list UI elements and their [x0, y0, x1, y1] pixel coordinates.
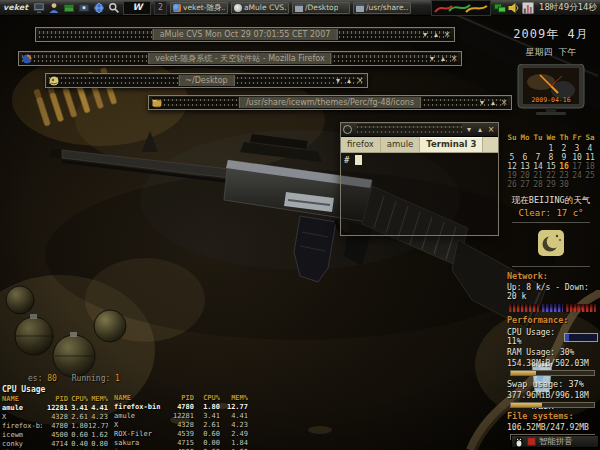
process-table-header: NAMEPIDCPU%MEM%	[2, 395, 108, 404]
process-value: 0.60	[68, 431, 88, 440]
search-icon[interactable]	[108, 2, 120, 14]
processes-count: 80	[47, 374, 57, 383]
ime-label: 智能拼音	[539, 436, 573, 448]
process-name: X	[114, 421, 164, 430]
close-icon[interactable]: ×	[486, 124, 496, 135]
ram-usage-detail: 154.38MiB/502.03M	[507, 359, 598, 368]
cpu-table-title: CPU Usage	[2, 385, 108, 394]
close-icon[interactable]: ×	[442, 29, 452, 40]
process-row: icewm45000.601.62	[2, 431, 108, 440]
system-tray	[494, 2, 534, 14]
column-header: NAME	[2, 395, 42, 404]
calendar-grid: 1234567891011121314151617181920212223242…	[504, 141, 598, 186]
terminal-titlebar[interactable]: ▾▴×	[341, 123, 498, 137]
close-icon[interactable]: ×	[449, 53, 459, 64]
close-icon[interactable]: ×	[355, 75, 365, 86]
ram-usage-label: RAM Usage: 30%	[507, 348, 598, 357]
network-rate: Up: 8 k/s - Down: 20 k	[507, 283, 598, 301]
window-icon	[356, 4, 364, 12]
maximize-icon[interactable]: ▴	[475, 124, 485, 135]
taskbar-window-button[interactable]: /Desktop	[292, 2, 350, 14]
process-value: 3.41	[68, 404, 88, 413]
terminal-output[interactable]: #	[341, 152, 498, 235]
column-header: NAME	[114, 394, 164, 403]
cpu-usage-table: CPU Usage NAMEPIDCPU%MEM%amule122813.414…	[2, 383, 108, 450]
ime-mode-icon[interactable]	[527, 437, 536, 446]
maximize-icon[interactable]: ▴	[488, 97, 498, 108]
calendar-day: 26	[506, 180, 519, 189]
network-section-header: Network:	[507, 271, 598, 281]
close-icon[interactable]: ×	[499, 97, 509, 108]
window-button-label: veket-随身...	[183, 3, 225, 13]
process-value: 4780	[42, 422, 68, 431]
terminal-tab-amule[interactable]: amule	[381, 137, 420, 152]
process-row: conky47140.400.80	[2, 440, 108, 449]
filesystems-detail: 106.52MB/247.92MB	[507, 423, 598, 432]
terminal-app-icon	[343, 125, 352, 134]
taskbar-window-buttons: veket-随身...aMule CVS.../Desktop/usr/shar…	[170, 2, 411, 14]
ram-usage-bar	[510, 370, 595, 376]
network-icon[interactable]	[494, 2, 506, 14]
rox-filer-icon	[49, 76, 59, 86]
shaded-window-desktop[interactable]: ~/Desktop ▾▴×	[45, 73, 368, 88]
terminal-window[interactable]: ▾▴× firefoxamuleTerminal 3 #	[340, 122, 499, 236]
workspace-1-pager[interactable]: W	[123, 1, 151, 15]
minimize-icon[interactable]: ▾	[420, 29, 430, 40]
shaded-window-amule[interactable]: aMule CVS Mon Oct 29 07:01:55 CET 2007 ▾…	[35, 27, 455, 42]
maximize-icon[interactable]: ▴	[438, 53, 448, 64]
weekday-label: 星期四 下午	[504, 46, 598, 59]
column-header: PID	[42, 395, 68, 404]
clock[interactable]: 18时49分14秒	[539, 2, 597, 14]
terminal-cursor	[355, 155, 362, 165]
screenshot-icon[interactable]	[78, 2, 90, 14]
taskbar-window-button[interactable]: aMule CVS...	[231, 2, 289, 14]
display-icon[interactable]	[33, 2, 45, 14]
window-buttons: ▾▴×	[420, 29, 452, 40]
calendar-week-row: 1234	[504, 141, 598, 150]
process-name: amule	[2, 404, 42, 413]
user-icon[interactable]	[48, 2, 60, 14]
desktop-screen: veket W 2 veket-随身...aMule CVS.../Deskto…	[0, 0, 600, 450]
tv-clock-widget: 2009-04-16	[516, 64, 586, 120]
minimize-icon[interactable]: ▾	[427, 53, 437, 64]
shaded-window-theme-folder[interactable]: /usr/share/icewm/themes/Perc/fg-48/icons…	[148, 95, 512, 110]
process-value: 4715	[164, 439, 194, 448]
penguin-icon[interactable]	[514, 436, 524, 447]
process-value: 12281	[42, 404, 68, 413]
window-buttons: ▾▴×	[477, 97, 509, 108]
terminal-tab-firefox[interactable]: firefox	[341, 137, 381, 152]
swap-usage-bar	[510, 402, 595, 408]
globe-icon[interactable]	[93, 2, 105, 14]
maximize-icon[interactable]: ▴	[344, 75, 354, 86]
process-value: 0.00	[194, 439, 220, 448]
terminal-tab-terminal-3[interactable]: Terminal 3	[420, 137, 483, 152]
swap-usage-label: Swap usage: 37%	[507, 379, 598, 389]
package-icon[interactable]	[63, 2, 75, 14]
download-graph	[542, 304, 562, 312]
process-value: 1.84	[220, 439, 248, 448]
start-menu-button[interactable]: veket	[3, 3, 28, 12]
taskbar-window-button[interactable]: veket-随身...	[170, 2, 228, 14]
maximize-icon[interactable]: ▴	[431, 29, 441, 40]
process-value: 4.23	[88, 413, 108, 422]
taskbar-window-button[interactable]: /usr/share...	[353, 2, 411, 14]
process-value: 12.77	[88, 422, 108, 431]
minimize-icon[interactable]: ▾	[464, 124, 474, 135]
chart-icon[interactable]	[522, 2, 534, 14]
minimize-icon[interactable]: ▾	[477, 97, 487, 108]
shaded-window-firefox[interactable]: veket-随身系统 - 天空软件站 - Mozilla Firefox ▾▴×	[18, 51, 462, 66]
process-value: 4714	[42, 440, 68, 449]
volume-icon[interactable]	[508, 2, 520, 14]
process-value: 12281	[164, 412, 194, 421]
upload-graph	[509, 304, 539, 312]
calendar-week-row: 2627282930	[504, 177, 598, 186]
process-value: 2.49	[220, 430, 248, 439]
minimize-icon[interactable]: ▾	[333, 75, 343, 86]
process-value: 0.40	[68, 440, 88, 449]
workspace-2-button[interactable]: 2	[154, 1, 167, 15]
file-manager-icon	[152, 98, 162, 108]
process-value: 4.41	[88, 404, 108, 413]
ime-bar[interactable]: 智能拼音	[511, 435, 599, 448]
calendar-day: 27	[519, 180, 532, 189]
performance-section-header: Performance:	[507, 315, 598, 325]
